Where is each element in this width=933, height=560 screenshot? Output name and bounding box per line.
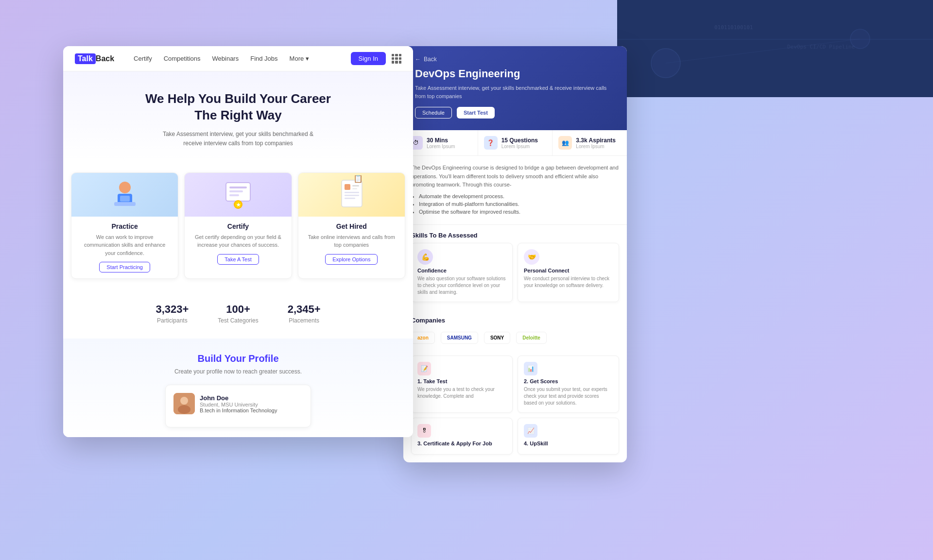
profile-degree: B.tech in Information Technology xyxy=(200,407,277,413)
grid-dot xyxy=(395,54,397,56)
company-amazon: azon xyxy=(411,332,435,344)
hero-section: We Help You Build Your Career The Right … xyxy=(63,71,413,163)
skill-personal-connect: 🤝 Personal Connect We conduct personal i… xyxy=(518,243,619,302)
svg-rect-16 xyxy=(345,198,355,199)
step1-number: 1. xyxy=(417,378,423,384)
hired-illustration: 📋 xyxy=(332,175,371,214)
categories-stat: 100+ Test Categories xyxy=(218,303,258,324)
companies-list: azon SAMSUNG SONY Deloitte xyxy=(403,328,627,352)
grid-dot xyxy=(399,54,401,56)
back-arrow-icon: ← xyxy=(415,56,421,63)
step1-icon: 📝 xyxy=(417,362,431,375)
svg-rect-6 xyxy=(229,190,243,192)
step2-number: 2. xyxy=(524,378,530,384)
svg-rect-21 xyxy=(617,0,933,97)
explore-options-button[interactable]: Explore Options xyxy=(325,254,378,265)
step4-title: 4. UpSkill xyxy=(524,441,613,446)
svg-line-27 xyxy=(666,39,860,63)
navbar: TalkBack Certify Competitions Webinars F… xyxy=(63,46,413,71)
logo[interactable]: TalkBack xyxy=(75,53,114,64)
logo-back: Back xyxy=(96,54,114,63)
take-test-button[interactable]: Take A Test xyxy=(217,254,259,265)
participants-stat: 3,323+ Participants xyxy=(156,303,189,324)
step1-desc: We provide you a test to check your know… xyxy=(417,386,506,400)
placements-stat: 2,345+ Placements xyxy=(288,303,321,324)
certify-illustration: ★ xyxy=(219,175,258,214)
nav-certify[interactable]: Certify xyxy=(134,55,152,62)
categories-number: 100+ xyxy=(218,303,258,316)
right-detail-panel: ← Back DevOps Engineering Take Assessmen… xyxy=(403,46,627,462)
skills-section-title: Skills To Be Assessed xyxy=(403,225,627,243)
start-practicing-button[interactable]: Start Practicing xyxy=(99,262,150,272)
confidence-name: Confidence xyxy=(417,268,506,273)
background-image-overlay: 010110100101 DevOps CI/CD Pipeline xyxy=(617,0,933,97)
svg-text:📋: 📋 xyxy=(353,175,363,183)
svg-rect-12 xyxy=(352,185,359,187)
chevron-down-icon: ▾ xyxy=(306,55,309,62)
build-profile-section: Build Your Profile Create your profile n… xyxy=(63,339,413,437)
svg-rect-7 xyxy=(229,194,239,196)
avatar xyxy=(173,393,195,414)
svg-point-20 xyxy=(178,405,190,414)
participants-label: Participants xyxy=(156,317,189,324)
hero-subtext: Take Assessment interview, get your skil… xyxy=(156,130,321,148)
profile-role: Student, MSU University xyxy=(200,402,277,407)
rp-hero: ← Back DevOps Engineering Take Assessmen… xyxy=(403,46,627,130)
rp-subtitle: Take Assessment interview, get your skil… xyxy=(415,84,615,100)
svg-text:★: ★ xyxy=(236,202,241,207)
certify-card: ★ Certify Get certify depending on your … xyxy=(184,172,292,279)
nav-actions: Sign In xyxy=(351,52,401,65)
hired-card-body: Get Hired Take online interviews and cal… xyxy=(298,217,405,271)
practice-desc: We can work to improve communication ski… xyxy=(78,233,171,257)
step4-icon: 📈 xyxy=(524,424,537,438)
rp-description: The DevOps Engineering course is designe… xyxy=(403,156,627,225)
hero-heading: We Help You Build Your Career The Right … xyxy=(75,91,401,124)
nav-links: Certify Competitions Webinars Find Jobs … xyxy=(134,55,350,62)
nav-find-jobs[interactable]: Find Jobs xyxy=(250,55,277,62)
sign-in-button[interactable]: Sign In xyxy=(351,52,386,65)
hired-card-image: 📋 xyxy=(298,173,405,217)
svg-text:DevOps CI/CD Pipeline: DevOps CI/CD Pipeline xyxy=(787,44,855,50)
categories-label: Test Categories xyxy=(218,317,258,324)
skill-confidence: 💪 Confidence We also question your softw… xyxy=(411,243,513,302)
svg-rect-10 xyxy=(342,180,362,207)
svg-rect-14 xyxy=(345,192,359,193)
hired-title: Get Hired xyxy=(305,222,398,230)
rp-stat-questions: ❓ 15 Questions Lorem Ipsum xyxy=(478,130,553,155)
step2-desc: Once you submit your test, our experts c… xyxy=(524,386,613,407)
rp-hero-buttons: Schedule Start Test xyxy=(415,107,615,119)
step3-title: 3. Certificate & Apply For Job xyxy=(417,441,506,446)
grid-dot xyxy=(399,61,401,63)
step2-title: 2. Get Scores xyxy=(524,378,613,384)
placements-number: 2,345+ xyxy=(288,303,321,316)
companies-section-title: Companies xyxy=(403,310,627,328)
svg-rect-22 xyxy=(617,39,933,40)
logo-talk: Talk xyxy=(75,53,96,64)
stats-section: 3,323+ Participants 100+ Test Categories… xyxy=(63,288,413,339)
nav-webinars[interactable]: Webinars xyxy=(212,55,239,62)
bullet-1: Automate the development process. xyxy=(419,193,619,199)
personal-connect-name: Personal Connect xyxy=(524,268,613,273)
step4-number: 4. xyxy=(524,441,530,446)
nav-more[interactable]: More ▾ xyxy=(290,55,310,62)
questions-icon: ❓ xyxy=(484,136,498,150)
nav-competitions[interactable]: Competitions xyxy=(164,55,201,62)
practice-card-body: Practice We can work to improve communic… xyxy=(71,217,178,279)
svg-rect-11 xyxy=(345,184,350,190)
company-deloitte: Deloitte xyxy=(516,332,547,344)
certify-card-body: Certify Get certify depending on your fi… xyxy=(185,217,291,271)
certify-card-image: ★ xyxy=(185,173,291,217)
skills-list: 💪 Confidence We also question your softw… xyxy=(403,243,627,310)
rp-stat-time-info: 30 Mins Lorem Ipsum xyxy=(427,137,455,149)
grid-dot xyxy=(395,57,397,60)
back-button[interactable]: ← Back xyxy=(415,56,615,63)
rp-stat-questions-info: 15 Questions Lorem Ipsum xyxy=(501,137,538,149)
certify-desc: Get certify depending on your field & in… xyxy=(191,233,284,249)
step-take-test: 📝 1. Take Test We provide you a test to … xyxy=(411,356,513,413)
certify-title: Certify xyxy=(191,222,284,230)
schedule-button[interactable]: Schedule xyxy=(415,107,452,119)
practice-card-image xyxy=(71,173,178,217)
grid-menu-icon[interactable] xyxy=(392,54,401,64)
step2-icon: 📊 xyxy=(524,362,537,375)
start-test-button[interactable]: Start Test xyxy=(457,107,495,119)
